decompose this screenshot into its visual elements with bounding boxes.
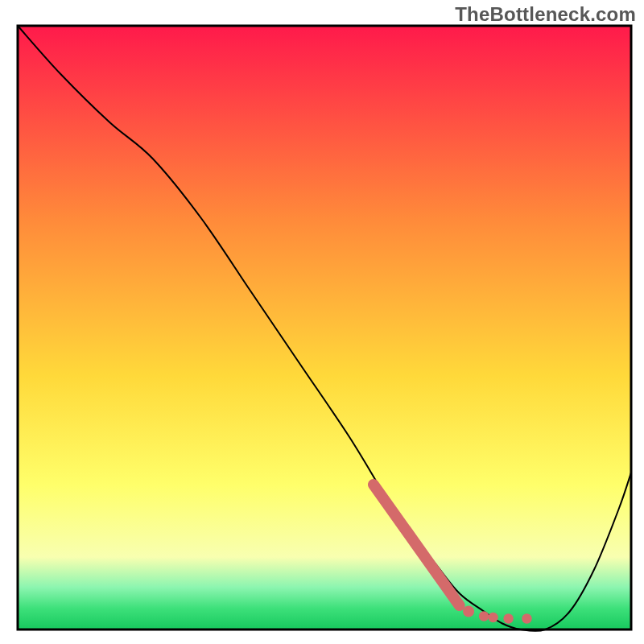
highlight-dot xyxy=(479,611,489,621)
bottleneck-chart: TheBottleneck.com xyxy=(0,0,644,644)
highlight-dot xyxy=(522,613,531,623)
highlight-dot xyxy=(488,613,497,622)
chart-canvas xyxy=(0,0,644,644)
highlight-dot xyxy=(463,606,474,617)
highlight-dot xyxy=(503,613,513,623)
watermark-text: TheBottleneck.com xyxy=(455,3,636,26)
plot-background xyxy=(18,26,631,630)
